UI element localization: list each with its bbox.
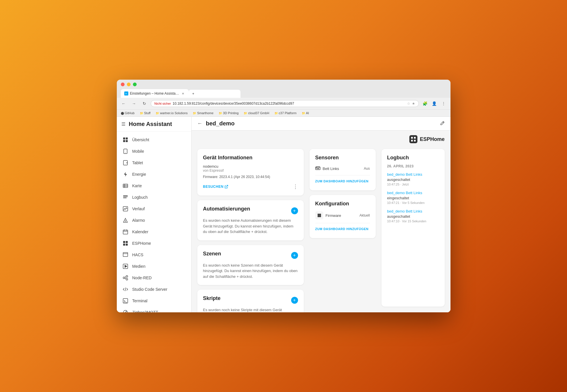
close-button[interactable] bbox=[121, 83, 125, 86]
add-automatisierung-button[interactable]: + bbox=[291, 207, 298, 214]
esphome-brand-label: ESPHome bbox=[420, 136, 444, 142]
profile-button[interactable]: 👤 bbox=[430, 100, 438, 108]
extensions-button[interactable]: 🧩 bbox=[421, 100, 429, 108]
sidebar-item-uebersicht[interactable]: Übersicht bbox=[118, 134, 190, 146]
toolbar-icons: 🧩 👤 ⋮ bbox=[421, 100, 448, 108]
sidebar-item-kalender[interactable]: Kalender bbox=[118, 226, 190, 238]
sensoren-title: Sensoren bbox=[315, 155, 370, 161]
more-options-button[interactable]: ⋮ bbox=[440, 100, 448, 108]
mobile-icon bbox=[123, 148, 128, 154]
edit-button[interactable] bbox=[440, 121, 445, 127]
content-header-left: ← bed_demo bbox=[197, 120, 235, 127]
verlauf-label: Verlauf bbox=[132, 206, 145, 211]
reload-button[interactable]: ↻ bbox=[140, 100, 148, 108]
sensor-dashboard-button[interactable]: ZUM DASHBOARD HINZUFÜGEN bbox=[315, 178, 370, 185]
sidebar-item-karte[interactable]: Karte bbox=[118, 180, 190, 192]
sidebar-item-alarmo[interactable]: Alarmo bbox=[118, 215, 190, 226]
log-action-text-3: ausgeschaltet bbox=[387, 214, 410, 219]
content-body: Gerät Informationen nodemcu von Espressi… bbox=[192, 143, 450, 312]
svg-rect-46 bbox=[411, 140, 413, 141]
bookmark-ai[interactable]: 📁 AI bbox=[301, 111, 310, 115]
bookmark-c37-label: c37 Platform bbox=[279, 111, 297, 115]
add-skript-button[interactable]: + bbox=[291, 297, 298, 304]
firmware-icon bbox=[315, 211, 323, 219]
sidebar-title: Home Assistant bbox=[129, 121, 172, 127]
sidebar-item-energie[interactable]: Energie bbox=[118, 169, 190, 180]
menu-icon[interactable]: ☰ bbox=[121, 121, 125, 127]
sensoren-card: Sensoren Bett Links Aus ZUM DASHBOAR bbox=[310, 149, 376, 190]
visit-button[interactable]: BESUCHEN bbox=[203, 185, 228, 189]
browser-titlebar: H Einstellungen – Home Assista… ✕ + bbox=[117, 80, 450, 98]
sensor-row-bett-links: Bett Links Aus bbox=[315, 164, 370, 173]
sidebar-item-hacs[interactable]: HACS bbox=[118, 249, 190, 261]
esphome-brand: ESPHome bbox=[409, 135, 444, 143]
github-icon: ⬤ bbox=[121, 112, 124, 115]
browser-window: H Einstellungen – Home Assista… ✕ + ← → … bbox=[117, 80, 450, 312]
svg-rect-52 bbox=[319, 214, 321, 215]
mobile-label: Mobile bbox=[132, 149, 144, 154]
hacs-icon bbox=[123, 252, 128, 258]
extension-icon: ★ bbox=[412, 102, 415, 106]
studio-code-label: Studio Code Server bbox=[132, 287, 167, 292]
bookmark-printing[interactable]: 📁 3D Printing bbox=[217, 111, 240, 115]
firmware-name: Firmware bbox=[326, 213, 341, 218]
svg-rect-2 bbox=[123, 140, 125, 142]
log-entry-1: bed_demo Bett Links ausgeschaltet 10:47:… bbox=[387, 172, 439, 186]
minimize-button[interactable] bbox=[127, 83, 131, 86]
sensor-icon bbox=[315, 166, 320, 171]
browser-toolbar: ← → ↻ Nicht sicher 10.182.1.59:8123/conf… bbox=[117, 98, 450, 110]
sidebar-item-verlauf[interactable]: Verlauf bbox=[118, 203, 190, 215]
log-link-2[interactable]: bed_demo Bett Links bbox=[387, 191, 422, 195]
log-link-1[interactable]: bed_demo Bett Links bbox=[387, 172, 422, 177]
folder-icon-2: 📁 bbox=[156, 112, 159, 115]
sidebar-item-mobile[interactable]: Mobile bbox=[118, 146, 190, 157]
bookmark-c37[interactable]: 📁 c37 Platform bbox=[273, 111, 298, 115]
back-button[interactable]: ← bbox=[197, 121, 203, 127]
back-nav-button[interactable]: ← bbox=[120, 100, 128, 108]
tab-close-button[interactable]: ✕ bbox=[181, 91, 185, 96]
studio-code-icon bbox=[123, 286, 128, 292]
bookmark-smarthome-label: Smarthome bbox=[197, 111, 213, 115]
sidebar-item-esphome[interactable]: ESPHome bbox=[118, 238, 190, 249]
sidebar-item-logbuch[interactable]: Logbuch bbox=[118, 192, 190, 203]
bookmark-stuff[interactable]: 📁 Stuff bbox=[139, 111, 152, 115]
alarmo-label: Alarmo bbox=[132, 218, 145, 223]
log-link-3[interactable]: bed_demo Bett Links bbox=[387, 209, 422, 213]
node-red-label: Node-RED bbox=[132, 276, 152, 280]
bookmark-wartner[interactable]: 📁 wartner.io Solutions bbox=[154, 111, 189, 115]
tab-favicon: H bbox=[124, 91, 128, 95]
esphome-logo bbox=[409, 135, 417, 143]
address-bar[interactable]: Nicht sicher 10.182.1.59:8123/config/dev… bbox=[151, 100, 419, 107]
maximize-button[interactable] bbox=[133, 83, 137, 86]
page-title: bed_demo bbox=[206, 120, 235, 127]
bookmark-github[interactable]: ⬤ GitHub bbox=[120, 111, 136, 115]
config-dashboard-button[interactable]: ZUM DASHBOARD HINZUFÜGEN bbox=[315, 225, 370, 232]
sidebar-item-terminal[interactable]: Terminal bbox=[118, 295, 190, 307]
new-tab-button[interactable]: + bbox=[189, 90, 240, 98]
add-szene-button[interactable]: + bbox=[291, 252, 298, 259]
bookmark-smarthome[interactable]: 📁 Smarthome bbox=[192, 111, 215, 115]
svg-rect-25 bbox=[123, 244, 125, 246]
hacs-label: HACS bbox=[132, 253, 144, 257]
column-left: Gerät Informationen nodemcu von Espressi… bbox=[197, 149, 304, 307]
tablet-label: Tablet bbox=[132, 160, 143, 165]
active-tab[interactable]: H Einstellungen – Home Assista… ✕ bbox=[121, 89, 189, 98]
bookmark-cloud37[interactable]: 📁 cloud37 GmbH bbox=[243, 111, 270, 115]
sidebar-item-node-red[interactable]: Node-RED bbox=[118, 272, 190, 284]
esphome-header: ESPHome bbox=[192, 131, 450, 143]
svg-point-7 bbox=[127, 162, 127, 163]
svg-point-31 bbox=[123, 277, 125, 279]
content-header: ← bed_demo bbox=[192, 117, 450, 131]
folder-icon-6: 📁 bbox=[274, 112, 278, 115]
svg-rect-53 bbox=[318, 215, 319, 217]
sidebar-item-medien[interactable]: Medien bbox=[118, 261, 190, 272]
sidebar-item-tablet[interactable]: Tablet bbox=[118, 157, 190, 169]
forward-nav-button[interactable]: → bbox=[130, 100, 138, 108]
sidebar-item-zigbee[interactable]: Zigbee2MQTT bbox=[118, 307, 190, 312]
szenen-title: Szenen bbox=[203, 251, 221, 257]
sidebar-item-studio-code[interactable]: Studio Code Server bbox=[118, 284, 190, 295]
karte-icon bbox=[123, 183, 128, 189]
more-options-device[interactable]: ⋮ bbox=[293, 183, 298, 190]
svg-line-36 bbox=[125, 288, 126, 291]
svg-marker-30 bbox=[125, 265, 127, 267]
